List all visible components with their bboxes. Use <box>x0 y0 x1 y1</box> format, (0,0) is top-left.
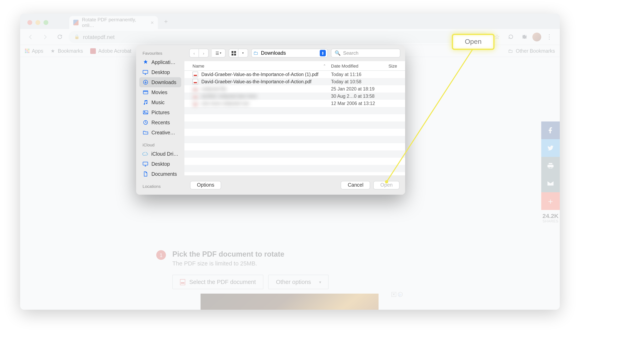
update-icon[interactable] <box>505 31 516 42</box>
file-icon <box>192 72 198 77</box>
window-controls[interactable] <box>25 20 51 29</box>
svg-rect-0 <box>143 70 148 73</box>
open-button[interactable]: Open <box>374 181 400 189</box>
options-button[interactable]: Options <box>190 181 221 189</box>
file-row[interactable]: another redacted item here30 Aug 2…0 at … <box>185 92 405 100</box>
cloud-icon <box>142 151 148 157</box>
downloads-icon <box>142 80 149 85</box>
sidebar-item-pictures[interactable]: Pictures <box>139 107 181 117</box>
apps-shortcut[interactable]: Apps <box>25 48 43 54</box>
file-icon <box>192 79 198 84</box>
sidebar-item-desktop[interactable]: Desktop <box>139 67 181 77</box>
fullscreen-dot[interactable] <box>43 20 48 25</box>
sort-asc-icon[interactable]: ⌃ <box>323 64 326 68</box>
reload-button[interactable] <box>54 31 65 42</box>
sidebar-item-movies[interactable]: Movies <box>139 87 181 97</box>
chevron-down-icon: ▾ <box>319 280 321 284</box>
new-tab-button[interactable]: + <box>160 16 172 27</box>
file-open-dialog: Favourites Applicati… Desktop Downloads … <box>136 45 405 195</box>
file-date: 30 Aug 2…0 at 13:58 <box>331 94 383 99</box>
bookmarks-link[interactable]: ★Bookmarks <box>51 48 83 54</box>
select-pdf-button[interactable]: Select the PDF document <box>172 275 263 289</box>
file-icon <box>192 86 198 92</box>
back-button[interactable]: ‹ <box>189 49 199 57</box>
col-name[interactable]: Name <box>192 63 204 68</box>
col-date[interactable]: Date Modified <box>331 63 383 68</box>
file-row[interactable]: David-Graeber-Value-as-the-Importance-of… <box>185 71 405 78</box>
share-twitter[interactable] <box>541 139 560 157</box>
dialog-sidebar: Favourites Applicati… Desktop Downloads … <box>136 45 185 195</box>
file-name: another redacted item here <box>201 94 331 99</box>
file-row[interactable]: redacted file25 Jan 2020 at 18:19 <box>185 85 405 92</box>
music-icon <box>142 100 149 105</box>
favicon-icon <box>73 20 79 25</box>
folder-icon: 🗀 <box>253 50 258 56</box>
sidebar-item-icloud-documents[interactable]: Documents <box>139 169 181 179</box>
tab-title: Rotate PDF permanently, onli… <box>82 17 147 28</box>
cancel-button[interactable]: Cancel <box>341 181 370 189</box>
other-options-button[interactable]: Other options ▾ <box>268 275 329 289</box>
nav-buttons: ‹ › <box>189 49 209 57</box>
share-email[interactable] <box>541 174 560 192</box>
folder-icon <box>142 130 149 135</box>
sidebar-item-recents[interactable]: Recents <box>139 117 181 128</box>
sidebar-head-favourites: Favourites <box>139 49 181 57</box>
share-more[interactable]: ＋ <box>541 192 560 210</box>
adobe-bookmark[interactable]: Adobe Acrobat <box>90 48 131 54</box>
file-date: Today at 10:58 <box>331 79 383 84</box>
share-column: ＋ 24.2K SHARES <box>541 121 560 223</box>
other-bookmarks[interactable]: 🗀Other Bookmarks <box>508 48 555 54</box>
share-print[interactable] <box>541 157 560 174</box>
search-icon: 🔍 <box>335 50 341 56</box>
sidebar-item-downloads[interactable]: Downloads <box>139 77 181 87</box>
ad-image: ✕▷ <box>201 294 378 310</box>
column-headers: Name⌃ Date Modified Size <box>185 61 405 71</box>
sidebar-item-icloud-desktop[interactable]: Desktop <box>139 159 181 169</box>
view-menu-button[interactable]: ▾ <box>238 49 248 57</box>
sidebar-item-applications[interactable]: Applicati… <box>139 57 181 67</box>
share-facebook[interactable] <box>541 121 560 139</box>
minimize-dot[interactable] <box>35 20 40 25</box>
sidebar-head-locations: Locations <box>139 182 181 190</box>
url-text: rotatepdf.net <box>83 34 115 40</box>
pick-heading: Pick the PDF document to rotate <box>172 250 284 259</box>
sidebar-item-music[interactable]: Music <box>139 97 181 107</box>
extensions-icon[interactable] <box>519 31 530 42</box>
close-dot[interactable] <box>27 20 32 25</box>
svg-rect-6 <box>143 162 148 165</box>
pick-subtitle: The PDF size is limited to 25MB. <box>172 260 284 267</box>
address-bar[interactable]: 🔒 rotatepdf.net <box>68 31 488 43</box>
profile-avatar[interactable] <box>532 32 541 41</box>
file-icon <box>192 93 198 99</box>
forward-button[interactable]: › <box>199 49 209 57</box>
file-row[interactable]: one more redacted row12 Mar 2006 at 13:1… <box>185 100 405 107</box>
view-list-button[interactable]: ☰ ▾ <box>212 49 225 57</box>
ad-close[interactable]: ✕▷ <box>391 292 403 297</box>
file-date: Today at 11:16 <box>331 72 383 77</box>
callout-open: Open <box>452 34 495 50</box>
view-grid-button[interactable] <box>229 49 238 57</box>
dialog-toolbar: ‹ › ☰ ▾ ▾ 🗀 Downloads ▴▾ 🔍 Search <box>185 45 405 61</box>
file-row[interactable]: David-Graeber-Value-as-the-Importance-of… <box>185 78 405 85</box>
browser-tab[interactable]: Rotate PDF permanently, onli… × <box>69 16 158 29</box>
file-name: redacted file <box>201 86 331 91</box>
sidebar-item-creative[interactable]: Creative… <box>139 128 181 138</box>
svg-rect-10 <box>234 54 236 55</box>
adobe-icon <box>90 48 96 54</box>
file-name: one more redacted row <box>201 101 331 106</box>
share-count: 24.2K <box>541 210 560 219</box>
movies-icon <box>142 89 149 95</box>
tab-close-icon[interactable]: × <box>151 19 154 26</box>
forward-button[interactable] <box>39 31 51 42</box>
lock-icon: 🔒 <box>74 34 80 39</box>
svg-rect-8 <box>234 51 236 53</box>
location-dropdown[interactable]: 🗀 Downloads ▴▾ <box>251 49 328 57</box>
file-list: David-Graeber-Value-as-the-Importance-of… <box>185 71 405 175</box>
search-field[interactable]: 🔍 Search <box>331 49 400 57</box>
file-name: David-Graeber-Value-as-the-Importance-of… <box>201 79 331 84</box>
folder-icon: 🗀 <box>508 48 513 54</box>
menu-icon[interactable]: ⋮ <box>544 31 555 42</box>
back-button[interactable] <box>25 31 36 42</box>
col-size[interactable]: Size <box>383 63 397 68</box>
sidebar-item-icloud-drive[interactable]: iCloud Dri… <box>139 149 181 159</box>
